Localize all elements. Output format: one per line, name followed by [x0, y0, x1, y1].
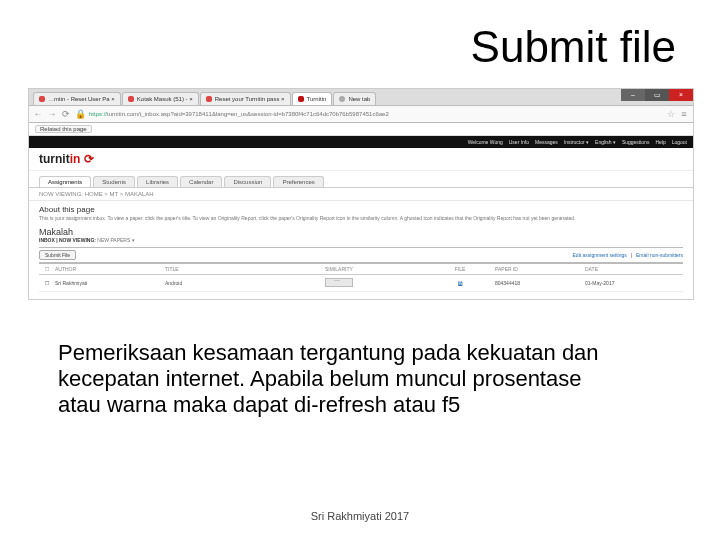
top-link[interactable]: Help	[655, 139, 665, 145]
col-checkbox[interactable]: ☐	[39, 266, 55, 272]
browser-screenshot: …mtin - Reset User Pa × Kotak Masuk (51)…	[28, 88, 694, 300]
edit-settings-link[interactable]: Edit assignment settings	[573, 252, 627, 258]
browser-tab[interactable]: Reset your Turnitin pass ×	[200, 92, 291, 105]
now-viewing: INBOX | NOW VIEWING: NEW PAPERS ▾	[29, 237, 693, 247]
user-greeting: Welcome Wong	[468, 139, 503, 145]
table-header: ☐ AUTHOR TITLE SIMILARITY FILE PAPER ID …	[39, 264, 683, 275]
table-row: ☐ Sri Rakhmiyati Android 🗎 804344418 01-…	[39, 275, 683, 292]
tab-libraries[interactable]: Libraries	[137, 176, 178, 187]
favicon-mail-icon	[128, 96, 134, 102]
browser-tab[interactable]: Kotak Masuk (51) - ×	[122, 92, 199, 105]
download-file-icon[interactable]: 🗎	[425, 280, 495, 287]
similarity-pending-icon[interactable]	[325, 278, 425, 288]
browser-tab-active[interactable]: Turnitin	[292, 92, 333, 105]
turnitin-top-bar: Welcome Wong User Info Messages Instruct…	[29, 136, 693, 148]
menu-icon[interactable]: ≡	[679, 109, 689, 119]
col-title[interactable]: TITLE	[165, 266, 325, 272]
reload-icon[interactable]: ⟳	[61, 109, 71, 119]
row-checkbox[interactable]: ☐	[39, 280, 55, 286]
favicon-newtab-icon	[339, 96, 345, 102]
swirl-icon: ⟳	[80, 152, 93, 166]
browser-tab[interactable]: New tab	[333, 92, 376, 105]
slide-footer: Sri Rakhmiyati 2017	[0, 510, 720, 522]
tab-calendar[interactable]: Calendar	[180, 176, 222, 187]
view-filter-dropdown[interactable]: NEW PAPERS ▾	[97, 237, 134, 243]
turnitin-logo: turnitin ⟳	[39, 152, 94, 166]
about-heading: About this page	[39, 205, 683, 214]
col-date[interactable]: DATE	[585, 266, 675, 272]
bookmark-star-icon[interactable]: ☆	[667, 109, 675, 119]
col-author[interactable]: AUTHOR	[55, 266, 165, 272]
top-link[interactable]: Suggestions	[622, 139, 650, 145]
tab-students[interactable]: Students	[93, 176, 135, 187]
col-file: FILE	[425, 266, 495, 272]
app-tabs: Assignments Students Libraries Calendar …	[29, 171, 693, 188]
email-nonsubmitters-link[interactable]: Email non-submitters	[636, 252, 683, 258]
slide-title: Submit file	[471, 22, 676, 72]
logout-link[interactable]: Logout	[672, 139, 687, 145]
about-section: About this page This is your assignment …	[29, 201, 693, 225]
submit-file-button[interactable]: Submit File	[39, 250, 76, 260]
bookmarks-bar: Related this page	[29, 123, 693, 136]
favicon-mail-icon	[39, 96, 45, 102]
about-text: This is your assignment inbox. To view a…	[39, 215, 683, 221]
row-paperid: 804344418	[495, 280, 585, 286]
back-icon[interactable]: ←	[33, 109, 43, 119]
forward-icon[interactable]: →	[47, 109, 57, 119]
top-link[interactable]: User Info	[509, 139, 529, 145]
bookmark-item[interactable]: Related this page	[35, 125, 92, 133]
tab-preferences[interactable]: Preferences	[273, 176, 323, 187]
favicon-mail-icon	[206, 96, 212, 102]
logo-row: turnitin ⟳	[29, 148, 693, 171]
maximize-button[interactable]: ▭	[645, 89, 669, 101]
window-controls: – ▭ ×	[621, 89, 693, 101]
tab-discussion[interactable]: Discussion	[224, 176, 271, 187]
row-author: Sri Rakhmiyati	[55, 280, 165, 286]
papers-table: ☐ AUTHOR TITLE SIMILARITY FILE PAPER ID …	[39, 264, 683, 292]
close-button[interactable]: ×	[669, 89, 693, 101]
url-field[interactable]: https://turnitin.com/t_inbox.asp?aid=397…	[89, 111, 663, 117]
row-title-link[interactable]: Android	[165, 280, 325, 286]
tab-assignments[interactable]: Assignments	[39, 176, 91, 187]
col-similarity[interactable]: SIMILARITY	[325, 266, 425, 272]
minimize-button[interactable]: –	[621, 89, 645, 101]
slide-body-text: Pemeriksaan kesamaan tergantung pada kek…	[58, 340, 618, 418]
row-date: 01-May-2017	[585, 280, 675, 286]
role-dropdown[interactable]: Instructor ▾	[564, 139, 589, 145]
browser-tab[interactable]: …mtin - Reset User Pa ×	[33, 92, 121, 105]
breadcrumb: NOW VIEWING: HOME > MT > MAKALAH	[29, 188, 693, 201]
assignment-title: Makalah	[29, 225, 693, 237]
language-dropdown[interactable]: English ▾	[595, 139, 616, 145]
url-bar: ← → ⟳ 🔒 https://turnitin.com/t_inbox.asp…	[29, 105, 693, 123]
favicon-turnitin-icon	[298, 96, 304, 102]
lock-icon: 🔒	[75, 109, 85, 119]
inbox-toolbar: Submit File Edit assignment settings | E…	[39, 247, 683, 264]
top-link[interactable]: Messages	[535, 139, 558, 145]
browser-tabstrip: …mtin - Reset User Pa × Kotak Masuk (51)…	[29, 89, 693, 105]
col-paperid[interactable]: PAPER ID	[495, 266, 585, 272]
